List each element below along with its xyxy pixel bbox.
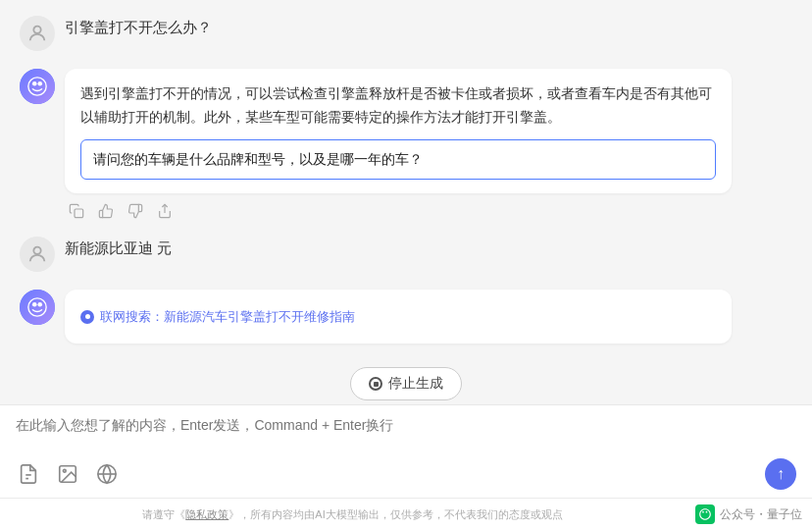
send-button[interactable]: ↑ (765, 458, 796, 490)
wechat-icon (695, 504, 715, 524)
bot-avatar-2 (20, 290, 55, 325)
bot-icon-2 (26, 296, 48, 318)
user-icon (26, 23, 48, 44)
input-toolbar: ↑ (16, 458, 796, 490)
svg-point-0 (33, 26, 40, 33)
user-avatar-2 (20, 237, 55, 272)
message-actions-1 (65, 203, 732, 219)
search-tag: 联网搜索：新能源汽车引擎盖打不开维修指南 (80, 304, 355, 330)
bot-message-content-1: 遇到引擎盖打不开的情况，可以尝试检查引擎盖释放杆是否被卡住或者损坏，或者查看车内… (65, 69, 732, 219)
bot-bubble-1: 遇到引擎盖打不开的情况，可以尝试检查引擎盖释放杆是否被卡住或者损坏，或者查看车内… (65, 69, 732, 193)
user-message-text-1: 引擎盖打不开怎么办？ (65, 16, 732, 39)
send-arrow-icon: ↑ (777, 466, 785, 482)
bot-avatar-inner-2 (20, 290, 55, 325)
file-upload-icon[interactable] (16, 461, 41, 487)
watermark-text: 公众号・量子位 (720, 506, 802, 523)
thumbdown-icon[interactable] (127, 203, 143, 219)
stop-button-row: 停止生成 (0, 357, 812, 404)
bot-message-1: 遇到引擎盖打不开的情况，可以尝试检查引擎盖释放杆是否被卡住或者损坏，或者查看车内… (20, 69, 792, 219)
svg-point-8 (37, 302, 42, 307)
search-dot-icon (80, 310, 94, 324)
svg-point-1 (32, 81, 37, 86)
svg-point-2 (37, 81, 42, 86)
thumbup-icon[interactable] (98, 203, 114, 219)
user-avatar-1 (20, 16, 55, 51)
user-message-1: 引擎盖打不开怎么办？ (20, 16, 792, 51)
copy-icon[interactable] (69, 203, 84, 219)
chat-input[interactable] (16, 415, 796, 447)
bot-message-content-2: 联网搜索：新能源汽车引擎盖打不开维修指南 (65, 290, 732, 344)
user-message-text-2: 新能源比亚迪 元 (65, 237, 732, 260)
web-search-icon[interactable] (94, 461, 120, 487)
bot-avatar-1 (20, 69, 55, 104)
svg-rect-4 (75, 209, 83, 218)
share-icon[interactable] (157, 203, 173, 219)
footer-text: 请遵守《隐私政策》，所有内容均由AI大模型输出，仅供参考，不代表我们的态度或观点 (10, 507, 695, 522)
user-icon-2 (26, 243, 48, 265)
bot-avatar-inner (20, 69, 55, 104)
image-upload-icon[interactable] (55, 461, 80, 487)
svg-point-6 (33, 247, 40, 254)
watermark: 公众号・量子位 (695, 504, 802, 524)
stop-icon (369, 377, 382, 391)
chat-container: 引擎盖打不开怎么办？ 遇到引擎盖打不开的情况，可以尝试检查引擎盖释放杆是否被卡住… (0, 0, 812, 357)
user-message-2: 新能源比亚迪 元 (20, 237, 792, 272)
privacy-link[interactable]: 隐私政策 (185, 508, 228, 520)
svg-point-13 (63, 469, 66, 472)
stop-generate-button[interactable]: 停止生成 (350, 367, 462, 400)
bot-icon (26, 76, 48, 97)
svg-point-9 (28, 298, 46, 316)
svg-point-7 (32, 302, 37, 307)
highlight-question: 请问您的车辆是什么品牌和型号，以及是哪一年的车？ (80, 139, 716, 181)
footer-bar: 请遵守《隐私政策》，所有内容均由AI大模型输出，仅供参考，不代表我们的态度或观点… (0, 498, 812, 530)
input-area: ↑ (0, 404, 812, 498)
svg-point-3 (28, 78, 46, 95)
bot-bubble-2: 联网搜索：新能源汽车引擎盖打不开维修指南 (65, 290, 732, 344)
bot-message-2: 联网搜索：新能源汽车引擎盖打不开维修指南 (20, 290, 792, 344)
